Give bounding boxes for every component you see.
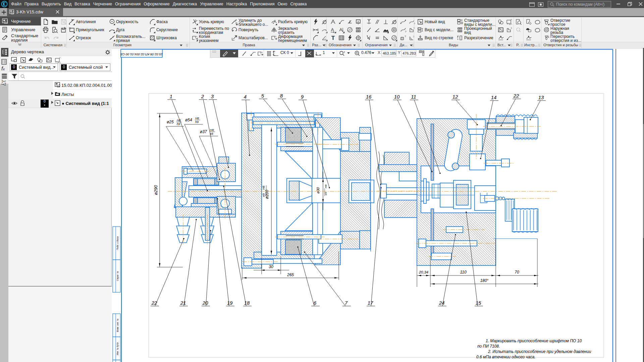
svg-text:17: 17 xyxy=(368,300,373,306)
svg-text:?: ? xyxy=(405,30,407,33)
svg-text:16: 16 xyxy=(366,94,372,100)
svg-text:H8: H8 xyxy=(262,186,265,190)
svg-text:H8: H8 xyxy=(177,119,181,122)
svg-text:?: ? xyxy=(511,27,512,30)
svg-text:15.02.08.КП.02.004.01.00 СБ: 15.02.08.КП.02.004.01.00 СБ xyxy=(120,53,163,56)
svg-text:1: 1 xyxy=(170,94,172,99)
svg-text:2. Испытать приспособление при: 2. Испытать приспособление при удельном … xyxy=(488,349,591,354)
svg-text:19: 19 xyxy=(227,300,233,306)
svg-text:12: 12 xyxy=(452,94,458,100)
svg-text:A: A xyxy=(339,27,342,32)
svg-text:T: T xyxy=(331,35,335,41)
svg-text:H8: H8 xyxy=(195,117,199,120)
svg-text:10: 10 xyxy=(394,94,400,100)
svg-text:h9: h9 xyxy=(195,120,199,124)
svg-text:5: 5 xyxy=(261,93,264,99)
svg-text:30: 30 xyxy=(269,264,273,269)
svg-text:Справ. №: Справ. № xyxy=(116,271,119,281)
svg-text:Инв. № дубл.: Инв. № дубл. xyxy=(116,342,119,355)
svg-text:18: 18 xyxy=(244,300,250,306)
svg-text:4: 4 xyxy=(244,94,247,100)
svg-text:24: 24 xyxy=(439,300,445,306)
svg-text:0.6 мПа втечении одного часа.: 0.6 мПа втечении одного часа. xyxy=(476,355,536,359)
svg-text:ø30: ø30 xyxy=(316,187,320,194)
svg-text:22: 22 xyxy=(513,93,519,99)
svg-text:1. Маркировать приспособление: 1. Маркировать приспособление шрифтом ПО… xyxy=(486,339,582,343)
svg-text:3: 3 xyxy=(211,94,214,99)
svg-text:20,34: 20,34 xyxy=(419,270,428,274)
svg-text:265: 265 xyxy=(287,273,294,277)
svg-text:h9: h9 xyxy=(177,122,180,126)
svg-text:?: ? xyxy=(405,35,406,38)
svg-text:14: 14 xyxy=(491,95,497,100)
svg-text:A: A xyxy=(357,20,359,23)
svg-text:H8: H8 xyxy=(210,128,214,132)
svg-text:8: 8 xyxy=(280,93,283,99)
svg-text:e9: e9 xyxy=(262,193,265,197)
svg-text:ø200: ø200 xyxy=(265,190,269,199)
svg-text:ø25: ø25 xyxy=(167,120,174,124)
svg-text:20: 20 xyxy=(202,300,208,306)
svg-text:ø290: ø290 xyxy=(153,185,158,195)
svg-text:180°: 180° xyxy=(480,278,489,283)
svg-text:Подп. и дата: Подп. и дата xyxy=(116,236,119,250)
svg-text:ø54: ø54 xyxy=(185,118,192,122)
svg-text:2: 2 xyxy=(201,94,204,99)
svg-text:15: 15 xyxy=(476,300,481,306)
svg-text:по ПИ 7108.: по ПИ 7108. xyxy=(477,344,500,349)
svg-text:13: 13 xyxy=(538,95,544,100)
svg-text:70: 70 xyxy=(515,270,519,275)
svg-text:21: 21 xyxy=(180,300,186,306)
svg-text:ø37: ø37 xyxy=(200,129,207,134)
svg-text:7: 7 xyxy=(345,300,348,306)
svg-text:Взам. инв. №: Взам. инв. № xyxy=(116,318,119,332)
svg-text:110: 110 xyxy=(460,270,466,275)
svg-text:11: 11 xyxy=(411,94,416,100)
svg-text:H8: H8 xyxy=(324,184,327,188)
svg-text:9: 9 xyxy=(301,94,304,100)
